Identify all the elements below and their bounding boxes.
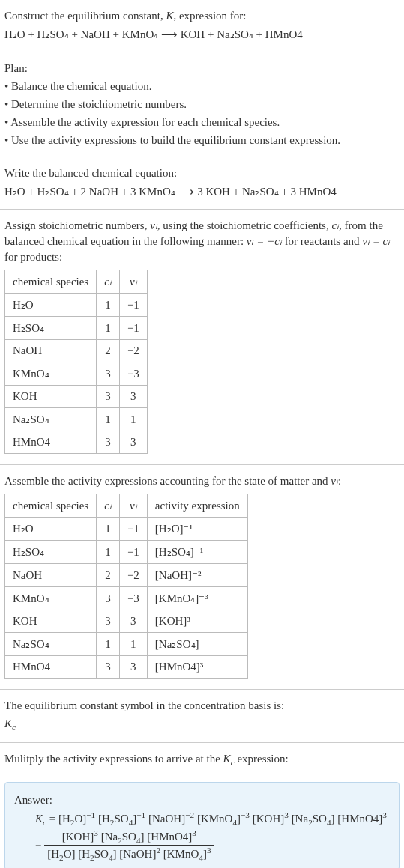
- rel2: νᵢ = cᵢ: [362, 235, 390, 247]
- Kc-symbol: Kc: [4, 716, 400, 734]
- table-row: NaOH2−2: [5, 340, 148, 362]
- table-row: H₂SO₄1−1: [5, 317, 148, 340]
- stoich-intro-1: Assign stoichiometric numbers,: [4, 219, 150, 231]
- basis-line1: The equilibrium constant symbol in the c…: [4, 698, 400, 714]
- cell-nui: 1: [119, 408, 147, 431]
- col-ci: cᵢ: [97, 494, 120, 518]
- balanced-equation: H₂O + H₂SO₄ + 2 NaOH + 3 KMnO₄ ⟶ 3 KOH +…: [4, 184, 400, 200]
- rel1: νᵢ = −cᵢ: [247, 235, 282, 247]
- cell-species: H₂O: [5, 518, 97, 541]
- cell-nui: 3: [119, 656, 147, 679]
- cell-nui: −1: [119, 317, 147, 340]
- stoich-intro-4: for reactants and: [282, 235, 362, 247]
- plan-section: Plan: • Balance the chemical equation. •…: [0, 52, 404, 157]
- cell-ci: 1: [97, 633, 120, 656]
- c-i-symbol: cᵢ: [331, 219, 339, 231]
- activity-heading-2: :: [338, 475, 341, 487]
- plan-bullet-4: • Use the activity expressions to build …: [4, 133, 400, 148]
- equals-sign: =: [35, 837, 44, 849]
- table-row: Na₂SO₄11: [5, 408, 148, 431]
- cell-nui: 3: [119, 386, 147, 408]
- cell-ci: 2: [97, 340, 120, 362]
- answer-line1: Kc = [H2O]−1 [H2SO4]−1 [NaOH]−2 [KMnO4]−…: [35, 810, 390, 827]
- Kc-text: Kc: [4, 717, 16, 729]
- balanced-section: Write the balanced chemical equation: H₂…: [0, 157, 404, 210]
- cell-nui: 3: [119, 610, 147, 633]
- cell-species: KMnO₄: [5, 362, 97, 386]
- answer-line2: = [KOH]3 [Na2SO4] [HMnO4]3 [H2O] [H2SO4]…: [35, 828, 390, 862]
- activity-heading-1: Assemble the activity expressions accoun…: [4, 475, 331, 487]
- stoich-intro-5: for products:: [4, 251, 62, 263]
- col-species: chemical species: [5, 270, 97, 294]
- cell-species: NaOH: [5, 340, 97, 362]
- basis-section: The equilibrium constant symbol in the c…: [0, 690, 404, 743]
- table-row: HMnO433: [5, 431, 148, 454]
- balanced-heading: Write the balanced chemical equation:: [4, 166, 400, 181]
- plan-bullet-2: • Determine the stoichiometric numbers.: [4, 97, 400, 112]
- cell-activity: [KMnO₄]⁻³: [147, 587, 247, 610]
- table-header-row: chemical species cᵢ νᵢ activity expressi…: [5, 494, 248, 518]
- cell-nui: −3: [119, 587, 147, 610]
- cell-ci: 1: [97, 317, 120, 340]
- cell-species: KOH: [5, 386, 97, 408]
- answer-box: Answer: Kc = [H2O]−1 [H2SO4]−1 [NaOH]−2 …: [4, 782, 400, 869]
- cell-ci: 1: [97, 294, 120, 317]
- multiply-line: Mulitply the activity expressions to arr…: [4, 751, 400, 769]
- cell-species: NaOH: [5, 564, 97, 587]
- cell-nui: −1: [119, 294, 147, 317]
- cell-species: KOH: [5, 610, 97, 633]
- cell-activity: [KOH]³: [147, 610, 247, 633]
- cell-species: KMnO₄: [5, 587, 97, 610]
- cell-activity: [HMnO4]³: [147, 656, 247, 679]
- col-species: chemical species: [5, 494, 97, 518]
- cell-nui: −2: [119, 340, 147, 362]
- col-activity: activity expression: [147, 494, 247, 518]
- plan-bullet-1: • Balance the chemical equation.: [4, 79, 400, 94]
- cell-species: HMnO4: [5, 656, 97, 679]
- table-row: H₂O1−1: [5, 294, 148, 317]
- stoich-section: Assign stoichiometric numbers, νᵢ, using…: [0, 210, 404, 465]
- cell-nui: 3: [119, 431, 147, 454]
- cell-species: Na₂SO₄: [5, 408, 97, 431]
- cell-species: HMnO4: [5, 431, 97, 454]
- cell-ci: 1: [97, 541, 120, 564]
- cell-activity: [H₂SO₄]⁻¹: [147, 541, 247, 564]
- multiply-part-b: expression:: [235, 753, 289, 765]
- table-row: H₂O1−1[H₂O]⁻¹: [5, 518, 248, 541]
- table-row: KOH33[KOH]³: [5, 610, 248, 633]
- stoich-table: chemical species cᵢ νᵢ H₂O1−1 H₂SO₄1−1 N…: [4, 270, 148, 454]
- unbalanced-equation: H₂O + H₂SO₄ + NaOH + KMnO₄ ⟶ KOH + Na₂SO…: [4, 27, 400, 43]
- cell-ci: 3: [97, 587, 120, 610]
- prompt-part2: , expression for:: [173, 10, 246, 22]
- answer-expression: Kc = [H2O]−1 [H2SO4]−1 [NaOH]−2 [KMnO4]−…: [35, 810, 390, 862]
- table-row: KMnO₄3−3: [5, 362, 148, 386]
- cell-species: H₂SO₄: [5, 317, 97, 340]
- prompt-text: Construct the equilibrium constant, K, e…: [4, 8, 400, 24]
- cell-activity: [Na₂SO₄]: [147, 633, 247, 656]
- cell-ci: 3: [97, 656, 120, 679]
- cell-ci: 3: [97, 386, 120, 408]
- multiply-part-a: Mulitply the activity expressions to arr…: [4, 753, 223, 765]
- cell-ci: 2: [97, 564, 120, 587]
- plan-bullet-3: • Assemble the activity expression for e…: [4, 115, 400, 130]
- activity-section: Assemble the activity expressions accoun…: [0, 465, 404, 690]
- fraction-denominator: [H2O] [H2SO4] [NaOH]2 [KMnO4]3: [44, 846, 214, 862]
- cell-activity: [NaOH]⁻²: [147, 564, 247, 587]
- cell-species: H₂O: [5, 294, 97, 317]
- cell-ci: 1: [97, 518, 120, 541]
- stoich-intro: Assign stoichiometric numbers, νᵢ, using…: [4, 218, 400, 265]
- activity-table: chemical species cᵢ νᵢ activity expressi…: [4, 494, 248, 679]
- col-ci: cᵢ: [97, 270, 120, 294]
- cell-species: Na₂SO₄: [5, 633, 97, 656]
- answer-label: Answer:: [14, 792, 390, 808]
- table-header-row: chemical species cᵢ νᵢ: [5, 270, 148, 294]
- fraction-numerator: [KOH]3 [Na2SO4] [HMnO4]3: [44, 828, 214, 846]
- activity-heading: Assemble the activity expressions accoun…: [4, 473, 400, 489]
- nu-i-symbol: νᵢ: [150, 219, 157, 231]
- multiply-section: Mulitply the activity expressions to arr…: [0, 743, 404, 777]
- K-symbol: K: [166, 10, 173, 22]
- prompt-part1: Construct the equilibrium constant,: [4, 10, 166, 22]
- Kc-inline: Kc: [223, 753, 235, 765]
- nu-i-symbol-2: νᵢ: [331, 475, 338, 487]
- table-row: H₂SO₄1−1[H₂SO₄]⁻¹: [5, 541, 248, 564]
